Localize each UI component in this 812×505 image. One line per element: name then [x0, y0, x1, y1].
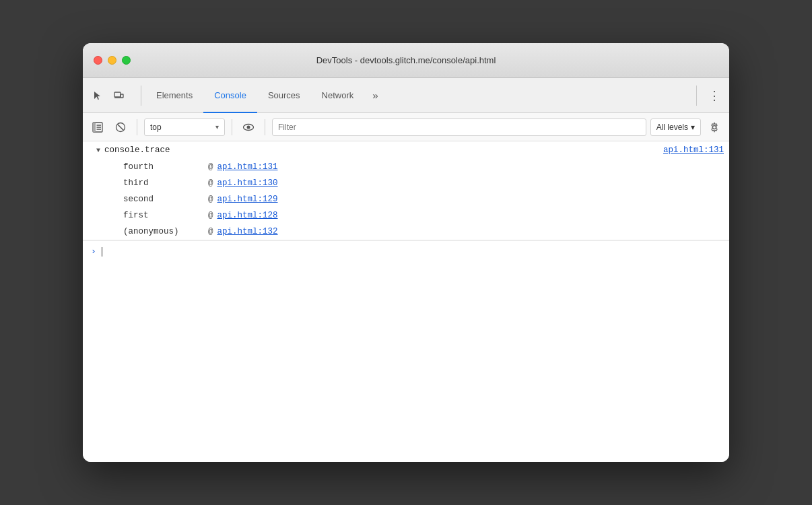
trace-item-name-1: third: [123, 178, 204, 188]
trace-item-name-0: fourth: [123, 162, 204, 172]
trace-item-at-2: @: [208, 195, 213, 204]
eye-btn[interactable]: [239, 118, 258, 137]
console-toolbar: top ▾ All levels ▾: [83, 113, 729, 141]
tab-network[interactable]: Network: [311, 78, 365, 113]
maximize-button[interactable]: [122, 56, 131, 65]
trace-item-name-2: second: [123, 195, 204, 204]
svg-rect-0: [114, 92, 121, 97]
trace-item-link-0[interactable]: api.html:131: [217, 162, 278, 172]
toolbar-divider-2: [232, 119, 232, 135]
trace-item: first @ api.html:128: [83, 207, 729, 224]
trace-item-link-4[interactable]: api.html:132: [217, 227, 278, 236]
trace-expand-triangle[interactable]: ▼: [96, 147, 100, 154]
trace-item-at-1: @: [208, 178, 213, 188]
svg-point-11: [247, 125, 250, 129]
window-title: DevTools - devtools.glitch.me/console/ap…: [316, 55, 496, 65]
trace-header-left: ▼ console.trace: [96, 145, 170, 155]
tab-bar-divider: [141, 86, 141, 106]
trace-item-link-1[interactable]: api.html:130: [217, 178, 278, 188]
tab-elements[interactable]: Elements: [145, 78, 203, 113]
toolbar-divider-3: [265, 119, 265, 135]
tab-bar: Elements Console Sources Network » ⋮: [83, 78, 729, 113]
devtools-window: DevTools - devtools.glitch.me/console/ap…: [83, 43, 729, 462]
trace-item-at-0: @: [208, 162, 213, 172]
trace-item: third @ api.html:130: [83, 175, 729, 191]
trace-item: fourth @ api.html:131: [83, 159, 729, 175]
device-toggle-btn[interactable]: [110, 86, 129, 105]
tab-console[interactable]: Console: [203, 78, 257, 113]
context-selector[interactable]: top ▾: [144, 119, 225, 136]
close-button[interactable]: [94, 56, 102, 65]
tab-sources[interactable]: Sources: [257, 78, 311, 113]
levels-dropdown-arrow: ▾: [691, 123, 695, 132]
trace-header-location[interactable]: api.html:131: [663, 145, 724, 155]
context-dropdown-arrow: ▾: [215, 123, 219, 131]
trace-item-at-3: @: [208, 211, 213, 220]
trace-item: (anonymous) @ api.html:132: [83, 224, 729, 240]
trace-item-name-4: (anonymous): [123, 227, 204, 236]
svg-rect-1: [121, 94, 123, 98]
prompt-arrow[interactable]: ›: [91, 246, 96, 257]
svg-line-9: [118, 124, 124, 130]
trace-item-name-3: first: [123, 211, 204, 220]
tab-bar-left-icons: [88, 86, 129, 105]
trace-function-name: console.trace: [104, 145, 170, 155]
trace-header: ▼ console.trace api.html:131: [83, 141, 729, 159]
trace-item-at-4: @: [208, 227, 213, 236]
svg-point-12: [713, 125, 716, 129]
filter-input[interactable]: [278, 123, 640, 132]
title-bar: DevTools - devtools.glitch.me/console/ap…: [83, 43, 729, 78]
trace-item-link-2[interactable]: api.html:129: [217, 195, 278, 204]
clear-console-btn[interactable]: [111, 118, 130, 137]
console-cursor: [102, 247, 102, 257]
log-levels-btn[interactable]: All levels ▾: [650, 119, 701, 136]
trace-group: ▼ console.trace api.html:131 fourth @ ap…: [83, 141, 729, 240]
tab-right-divider: [696, 86, 697, 106]
tabs-container: Elements Console Sources Network »: [145, 78, 693, 112]
more-options-btn[interactable]: ⋮: [705, 86, 724, 105]
svg-rect-4: [93, 123, 96, 132]
filter-input-wrap: [272, 119, 646, 136]
trace-item-link-3[interactable]: api.html:128: [217, 211, 278, 220]
cursor-icon-btn[interactable]: [88, 86, 107, 105]
traffic-lights: [94, 56, 131, 65]
devtools-body: Elements Console Sources Network » ⋮: [83, 78, 729, 462]
toolbar-divider-1: [137, 119, 137, 135]
tab-more[interactable]: »: [364, 86, 386, 105]
console-input-row: ›: [83, 240, 729, 262]
sidebar-toggle-btn[interactable]: [88, 118, 107, 137]
console-output: ▼ console.trace api.html:131 fourth @ ap…: [83, 141, 729, 462]
minimize-button[interactable]: [108, 56, 116, 65]
settings-gear-btn[interactable]: [705, 118, 724, 137]
tab-bar-right: ⋮: [693, 86, 724, 106]
trace-item: second @ api.html:129: [83, 191, 729, 207]
